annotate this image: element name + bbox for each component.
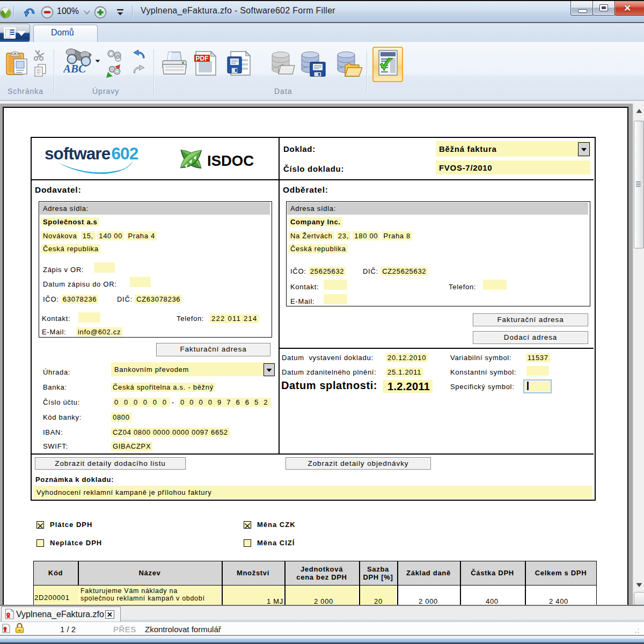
svg-text:software: software <box>45 144 111 163</box>
svg-text:602: 602 <box>112 144 138 163</box>
svg-text:PDF: PDF <box>196 55 209 62</box>
svg-text:ABC: ABC <box>63 62 86 74</box>
